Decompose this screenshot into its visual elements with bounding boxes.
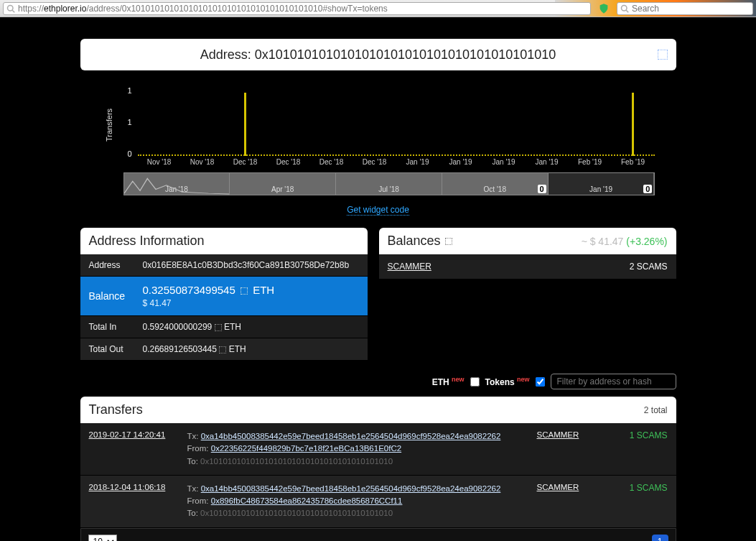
balances-title: Balances [388, 233, 441, 249]
balances-panel: Balances ~ $ 41.47 (+3.26%) SCAMMER 2 SC… [379, 228, 676, 361]
addr-row-totalout: Total Out 0.26689126503445 ETH [80, 338, 368, 361]
balances-icon [445, 238, 452, 245]
tx-amount: 1 SCAMS [610, 430, 668, 468]
tx-from-link[interactable]: 0x22356225f449829b7bc7e18f21eBCa13B61E0f… [211, 444, 401, 453]
balances-pct: (+3.26%) [626, 236, 667, 247]
chart-bar [569, 93, 612, 156]
totalin-v: 0.5924000000299 [143, 322, 213, 332]
chart-bar [396, 93, 439, 156]
tx-date: 2018-12-04 11:06:18 [89, 483, 179, 520]
search-icon [6, 4, 15, 13]
chart-xtick: Dec '18 [353, 158, 396, 166]
mini-chart[interactable]: Jan '18 Apr '18 Jul '18 Oct '180 Jan '19… [123, 172, 655, 195]
eth-icon [219, 346, 226, 353]
get-widget-link[interactable]: Get widget code [347, 205, 409, 216]
tx-token: SCAMMER [537, 430, 602, 468]
chart-ytick: 0 [127, 149, 131, 158]
balances-header: Balances ~ $ 41.47 (+3.26%) [379, 228, 676, 254]
address-info-panel: Address Information Address 0x016E8E8A1c… [80, 228, 368, 361]
filter-row: ETH new Tokens new [80, 374, 676, 389]
search-icon [620, 4, 629, 13]
browser-chrome: https://ethplorer.io/address/0x101010101… [0, 0, 756, 17]
chart-xtick: Nov '18 [138, 158, 181, 166]
chart-xtick: Nov '18 [181, 158, 224, 166]
mini-seg: Jan '190 [549, 173, 654, 195]
mini-end-value: 0 [643, 185, 652, 193]
address-header: Address: 0x10101010101010101010101010101… [80, 39, 676, 70]
transfers-header: Transfers 2 total [80, 397, 676, 423]
mini-end-value: 0 [538, 185, 546, 193]
chart-ytick: 1 [127, 118, 131, 126]
chart-bar [267, 93, 310, 156]
filter-eth-label: ETH new [432, 376, 465, 387]
tx-token-link[interactable]: SCAMMER [537, 430, 579, 439]
totalin-k: Total In [89, 322, 143, 332]
qr-icon[interactable] [658, 50, 668, 60]
mini-axis-label: Jan '19 [589, 185, 612, 193]
transfer-row: 2019-02-17 14:20:41Tx: 0xa14bb4500838544… [80, 423, 676, 476]
page-size-select[interactable]: 10 [88, 535, 117, 542]
chart-bar [224, 93, 267, 156]
chart-bar [612, 93, 655, 156]
mini-seg: Jul '18 [336, 173, 442, 195]
filter-tokens-checkbox[interactable] [536, 377, 545, 387]
browser-search-input[interactable] [632, 4, 750, 14]
totalin-unit: ETH [224, 322, 241, 332]
chart-bar [482, 93, 526, 156]
eth-icon [215, 324, 222, 331]
totalout-unit: ETH [229, 344, 246, 354]
tx-date-link[interactable]: 2018-12-04 11:06:18 [89, 483, 166, 491]
chart-xtick: Dec '18 [310, 158, 353, 166]
tx-from-link[interactable]: 0x896fbC48673584ea862435786cdee856876CCf… [211, 496, 403, 505]
tx-token: SCAMMER [537, 483, 602, 520]
chart-xtick: Jan '19 [482, 158, 526, 166]
widget-link-row: Get widget code [80, 204, 676, 215]
url-prefix: https:// [18, 4, 44, 14]
balance-usd: $ 41.47 [143, 298, 359, 308]
chart-bar [353, 93, 396, 156]
transfers-total: 2 total [644, 405, 668, 415]
tx-amount: 1 SCAMS [610, 483, 668, 520]
tx-token-link[interactable]: SCAMMER [537, 483, 579, 491]
balance-token-name[interactable]: SCAMMER [388, 262, 431, 272]
tx-body: Tx: 0xa14bb45008385442e59e7beed18458eb1e… [187, 430, 528, 468]
page-1-button[interactable]: 1 [652, 535, 668, 542]
new-badge: new [517, 376, 530, 383]
balance-token-row[interactable]: SCAMMER 2 SCAMS [379, 254, 676, 279]
chart-ytick: 1 [127, 86, 131, 95]
addr-v: 0x016E8E8A1c0B3Dbd3c3f60Ca891B30758De72b… [143, 260, 359, 270]
tx-date-link[interactable]: 2019-02-17 14:20:41 [89, 430, 166, 439]
browser-search[interactable] [617, 2, 753, 15]
eth-icon [241, 287, 248, 295]
address-label: Address: [200, 47, 251, 63]
url-bar[interactable]: https://ethplorer.io/address/0x101010101… [3, 2, 591, 15]
tx-hash-link[interactable]: 0xa14bb45008385442e59e7beed18458eb1e2564… [201, 484, 501, 493]
chart-bar [439, 93, 482, 156]
addr-row-totalin: Total In 0.5924000000299 ETH [80, 316, 368, 338]
balance-token-amt: 2 SCAMS [630, 262, 668, 272]
pager: 10 1 [80, 528, 676, 542]
tx-hash-link[interactable]: 0xa14bb45008385442e59e7beed18458eb1e2564… [201, 432, 501, 440]
mini-axis-label: Jul '18 [378, 185, 399, 193]
svg-point-2 [622, 5, 627, 11]
balances-approx: ~ $ 41.47 [582, 236, 624, 247]
chart-xtick: Jan '19 [439, 158, 482, 166]
chart-bar [310, 93, 353, 156]
chart-bar [181, 93, 224, 156]
new-badge: new [452, 376, 465, 383]
filter-input[interactable] [551, 374, 676, 389]
mini-seg: Apr '18 [230, 173, 336, 195]
shield-icon[interactable] [598, 3, 610, 14]
addr-row-address: Address 0x016E8E8A1c0B3Dbd3c3f60Ca891B30… [80, 254, 368, 277]
chart-xtick: Feb '19 [612, 158, 655, 166]
balance-unit: ETH [253, 284, 274, 296]
chart-bar [138, 93, 181, 156]
chart-xtick: Feb '19 [569, 158, 612, 166]
chart-xtick: Dec '18 [267, 158, 310, 166]
filter-eth-checkbox[interactable] [470, 377, 480, 387]
chart-xticks: Nov '18Nov '18Dec '18Dec '18Dec '18Dec '… [138, 158, 655, 166]
addr-row-balance: Balance 0.32550873499545 ETH $ 41.47 [80, 277, 368, 316]
mini-axis-label: Apr '18 [271, 185, 294, 193]
mini-seg: Jan '18 [124, 173, 230, 195]
totalout-v: 0.26689126503445 [143, 344, 217, 354]
